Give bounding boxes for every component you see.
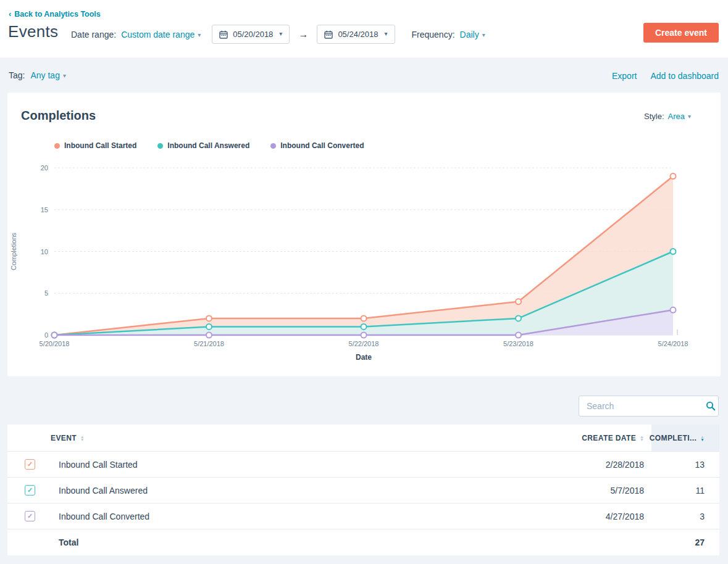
- svg-text:5/20/2018: 5/20/2018: [40, 340, 70, 347]
- table-row: Inbound Call Converted 4/27/2018 3: [7, 503, 719, 529]
- arrow-right-icon: [298, 29, 308, 40]
- events-table: EVENT CREATE DATE COMPLETI... Inbound Ca…: [7, 425, 719, 555]
- row-checkbox-started[interactable]: [25, 459, 35, 470]
- add-to-dashboard-link[interactable]: Add to dashboard: [650, 71, 719, 81]
- toolbar-links: Export Add to dashboard: [612, 71, 719, 81]
- legend-dot-started: [54, 143, 60, 149]
- event-name[interactable]: Inbound Call Started: [49, 452, 491, 477]
- create-event-button[interactable]: Create event: [643, 23, 719, 43]
- start-date-picker[interactable]: 05/20/2018: [212, 25, 290, 44]
- create-date-value: 4/27/2018: [491, 504, 651, 529]
- end-date-value: 05/24/2018: [338, 30, 378, 39]
- legend-dot-converted: [270, 143, 276, 149]
- svg-text:Date: Date: [356, 353, 372, 362]
- caret-down-icon: [279, 30, 282, 37]
- table-search: [579, 396, 719, 417]
- tag-label: Tag:: [9, 70, 25, 80]
- create-date-value: 2/28/2018: [491, 452, 651, 477]
- style-dropdown[interactable]: Area: [668, 112, 692, 121]
- caret-down-icon: [482, 31, 485, 38]
- tag-dropdown[interactable]: Any tag: [30, 70, 66, 80]
- frequency-dropdown[interactable]: Daily: [460, 30, 485, 39]
- create-date-value: 5/7/2018: [491, 478, 651, 503]
- svg-text:5: 5: [44, 289, 48, 297]
- completions-card: Completions Style: Area Inbound Call Sta…: [7, 93, 721, 376]
- back-link-label: Back to Analytics Tools: [14, 10, 101, 19]
- export-link[interactable]: Export: [612, 71, 637, 81]
- header-checkbox-spacer: [7, 425, 49, 451]
- date-range-label: Date range:: [71, 30, 116, 39]
- svg-text:20: 20: [41, 164, 48, 172]
- chart-title: Completions: [21, 109, 96, 123]
- sort-icon[interactable]: [80, 435, 85, 441]
- svg-text:10: 10: [41, 248, 48, 255]
- back-chevron-icon: [9, 10, 11, 19]
- completions-value: 13: [651, 452, 719, 477]
- legend-item-started[interactable]: Inbound Call Started: [54, 141, 136, 150]
- calendar-icon: [324, 30, 333, 39]
- event-name[interactable]: Inbound Call Answered: [49, 478, 491, 503]
- caret-down-icon: [688, 113, 691, 120]
- table-row: Inbound Call Answered 5/7/2018 11: [7, 477, 719, 503]
- legend-dot-answered: [157, 143, 163, 149]
- svg-text:5/22/2018: 5/22/2018: [349, 340, 379, 347]
- top-header: Back to Analytics Tools Events Date rang…: [0, 0, 728, 57]
- tag-filter: Tag: Any tag: [9, 70, 66, 80]
- svg-text:Completions: Completions: [10, 232, 17, 270]
- caret-down-icon: [63, 72, 66, 79]
- frequency-label: Frequency:: [412, 30, 455, 39]
- back-to-analytics-link[interactable]: Back to Analytics Tools: [9, 10, 101, 19]
- completions-chart: 051015205/20/20185/21/20185/22/20185/23/…: [7, 152, 718, 365]
- caret-down-icon: [384, 30, 387, 37]
- caret-down-icon: [198, 31, 201, 38]
- row-checkbox-converted[interactable]: [25, 511, 35, 521]
- legend-item-answered[interactable]: Inbound Call Answered: [157, 141, 249, 150]
- search-icon[interactable]: [703, 401, 718, 411]
- row-checkbox-answered[interactable]: [25, 485, 35, 496]
- column-header-completions[interactable]: COMPLETI...: [651, 425, 719, 451]
- svg-text:15: 15: [41, 206, 48, 214]
- total-label: Total: [49, 529, 491, 555]
- sort-icon[interactable]: [640, 435, 644, 441]
- frequency-control: Frequency: Daily: [412, 30, 485, 39]
- sort-icon-active[interactable]: [700, 435, 705, 441]
- calendar-icon: [219, 30, 228, 39]
- event-name[interactable]: Inbound Call Converted: [49, 504, 491, 529]
- svg-text:0: 0: [44, 331, 48, 339]
- search-input[interactable]: [579, 401, 703, 411]
- completions-value: 3: [651, 504, 719, 529]
- svg-text:5/24/2018: 5/24/2018: [658, 340, 688, 347]
- start-date-value: 05/20/2018: [233, 30, 273, 39]
- svg-text:5/21/2018: 5/21/2018: [194, 340, 224, 347]
- chart-legend: Inbound Call Started Inbound Call Answer…: [54, 141, 364, 150]
- end-date-picker[interactable]: 05/24/2018: [317, 25, 395, 44]
- completions-value: 11: [651, 478, 719, 503]
- date-range-controls: Date range: Custom date range 05/20/2018: [71, 25, 485, 44]
- legend-item-converted[interactable]: Inbound Call Converted: [270, 141, 364, 150]
- page-title: Events: [8, 22, 58, 41]
- date-range-dropdown[interactable]: Custom date range: [121, 30, 201, 39]
- column-header-create-date[interactable]: CREATE DATE: [491, 425, 651, 451]
- style-label: Style:: [644, 112, 664, 121]
- total-value: 27: [651, 529, 719, 555]
- svg-text:5/23/2018: 5/23/2018: [503, 340, 533, 347]
- table-row: Inbound Call Started 2/28/2018 13: [7, 451, 719, 477]
- table-total-row: Total 27: [7, 529, 719, 555]
- table-header-row: EVENT CREATE DATE COMPLETI...: [7, 425, 719, 451]
- column-header-event[interactable]: EVENT: [49, 425, 491, 451]
- style-control: Style: Area: [644, 112, 691, 121]
